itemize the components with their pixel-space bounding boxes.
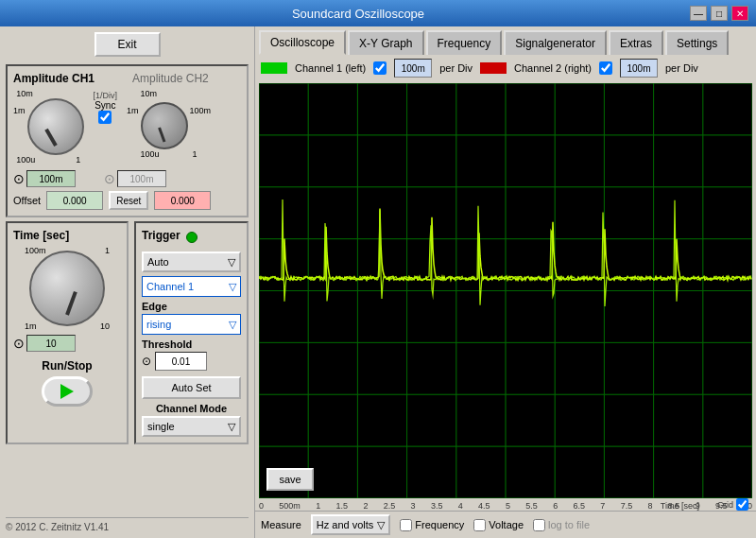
ch1-value-icon: ⊙ — [13, 171, 25, 186]
tab-settings[interactable]: Settings — [665, 30, 729, 55]
time-label: Time [sec] — [661, 501, 699, 511]
run-stop-label: Run/Stop — [42, 359, 92, 373]
ch1-amplitude-input[interactable] — [26, 170, 76, 187]
trigger-mode-arrow: ▽ — [228, 256, 235, 269]
trigger-channel-dropdown[interactable]: Channel 1 ▽ — [142, 276, 241, 297]
ch1-knob-bl: 1m — [13, 106, 26, 115]
main-container: Exit Amplitude CH1 Amplitude CH2 10m 1m — [0, 26, 756, 538]
ch2-amplitude-knob[interactable] — [141, 102, 188, 149]
trigger-section: Trigger Auto ▽ Channel 1 ▽ Edge rising ▽… — [134, 221, 249, 444]
channel-mode-dropdown[interactable]: single ▽ — [142, 416, 241, 437]
measure-dropdown-label: Hz and volts — [317, 519, 374, 530]
run-stop-button[interactable] — [42, 376, 93, 407]
trigger-mode-dropdown[interactable]: Auto ▽ — [142, 252, 241, 272]
ch1-label: Channel 1 (left) — [295, 62, 366, 74]
tab-extras[interactable]: Extras — [609, 30, 663, 55]
exit-button[interactable]: Exit — [94, 32, 161, 57]
voltage-label: Voltage — [489, 519, 524, 530]
offset-row: Offset Reset — [13, 191, 241, 210]
threshold-input[interactable] — [155, 352, 207, 371]
tab-xy-graph[interactable]: X-Y Graph — [348, 30, 423, 55]
tab-oscilloscope[interactable]: Oscilloscope — [259, 30, 346, 55]
ch2-value-icon: ⊙ — [104, 171, 115, 186]
time-bl: 1m — [25, 321, 37, 331]
channel-mode-value: single — [147, 421, 175, 432]
ch2-knob-br2: 1 — [193, 149, 198, 159]
ch2-per-div-label: per Div — [665, 62, 698, 74]
t1-5: 1.5 — [336, 501, 349, 511]
t2-5: 2.5 — [384, 501, 396, 511]
right-panel: Oscilloscope X-Y Graph Frequency Signalg… — [255, 26, 756, 538]
auto-set-button[interactable]: Auto Set — [142, 376, 241, 399]
tab-bar: Oscilloscope X-Y Graph Frequency Signalg… — [255, 26, 756, 55]
amplitude-ch2-title: Amplitude CH2 — [132, 72, 209, 85]
ch1-checkbox[interactable] — [373, 61, 387, 75]
ch2-knob-bl2: 100u — [141, 149, 160, 159]
copyright-text: © 2012 C. Zeitnitz V1.41 — [6, 517, 249, 532]
sync-label: Sync — [94, 100, 115, 111]
reset-button[interactable]: Reset — [109, 191, 148, 210]
amplitude-ch1-title: Amplitude CH1 — [13, 72, 94, 85]
offset-ch2-input[interactable] — [154, 191, 211, 210]
ch2-value-box: ⊙ — [104, 170, 166, 187]
time-value-input[interactable] — [26, 335, 76, 352]
sync-group: Sync — [94, 100, 115, 124]
ch2-per-div-input[interactable] — [620, 59, 658, 78]
ch2-amplitude-input[interactable] — [117, 170, 166, 187]
offset-ch1-input[interactable] — [46, 191, 103, 210]
t4-5: 4.5 — [478, 501, 490, 511]
sync-checkbox[interactable] — [98, 111, 112, 124]
ch1-value-box: ⊙ — [13, 170, 76, 187]
time-br: 10 — [100, 321, 110, 331]
time-section: Time [sec] 100m 1 1m 10 ⊙ Run/Stop — [6, 221, 129, 444]
trigger-channel-label: Channel 1 — [146, 281, 194, 292]
ch1-per-div-input[interactable] — [394, 59, 432, 78]
t8: 8 — [648, 501, 653, 511]
save-button[interactable]: save — [266, 468, 314, 491]
t5-5: 5.5 — [525, 501, 538, 511]
title-bar: Soundcard Oszilloscope — □ ✕ — [0, 0, 756, 26]
ch2-checkbox[interactable] — [599, 61, 612, 75]
voltage-check-group: Voltage — [473, 519, 524, 531]
ch1-knob-group: 10m 1m 100u 1 — [13, 89, 84, 165]
ch1-knob-marker — [44, 129, 57, 147]
edge-dropdown[interactable]: rising ▽ — [142, 314, 241, 335]
app-title: Soundcard Oszilloscope — [292, 7, 424, 21]
ch1-knob-label-tl: 10m — [16, 89, 33, 98]
amplitude-values-row: ⊙ ⊙ — [13, 168, 241, 187]
ch2-color-indicator — [480, 62, 507, 74]
trigger-channel-arrow: ▽ — [229, 281, 236, 293]
log-check-group: log to file — [533, 519, 590, 531]
t2: 2 — [363, 501, 368, 511]
t5: 5 — [506, 501, 510, 511]
t6: 6 — [553, 501, 558, 511]
time-knob[interactable] — [29, 251, 105, 326]
t3-5: 3.5 — [431, 501, 443, 511]
amplitude-section: Amplitude CH1 Amplitude CH2 10m 1m — [6, 64, 249, 217]
time-tl: 100m — [25, 246, 46, 255]
t0: 0 — [259, 501, 264, 511]
edge-value: rising — [146, 319, 171, 330]
measure-label: Measure — [261, 519, 301, 530]
threshold-icon: ⊙ — [142, 355, 151, 368]
measure-dropdown[interactable]: Hz and volts ▽ — [311, 514, 391, 535]
knobs-row: 10m 1m 100u 1 — [13, 89, 241, 165]
ch1-amplitude-knob[interactable] — [27, 98, 84, 155]
edge-arrow: ▽ — [229, 319, 236, 331]
ch2-knob-bl: 1m — [127, 106, 139, 115]
log-checkbox[interactable] — [533, 519, 545, 531]
tab-signalgenerator[interactable]: Signalgenerator — [504, 30, 607, 55]
ch2-knob-marker — [158, 127, 165, 142]
trigger-title: Trigger — [142, 229, 180, 242]
tab-frequency[interactable]: Frequency — [426, 30, 503, 55]
frequency-checkbox[interactable] — [400, 519, 412, 531]
time-knob-container: 100m 1 1m 10 — [25, 246, 110, 331]
middle-labels: [1/Div] Sync — [94, 89, 118, 124]
maximize-button[interactable]: □ — [711, 6, 728, 21]
minimize-button[interactable]: — — [690, 6, 707, 21]
trigger-mode-label: Auto — [147, 256, 169, 268]
grid-checkbox[interactable] — [736, 498, 748, 511]
close-button[interactable]: ✕ — [731, 6, 748, 21]
grid-section: Grid — [717, 498, 748, 511]
voltage-checkbox[interactable] — [473, 519, 486, 531]
